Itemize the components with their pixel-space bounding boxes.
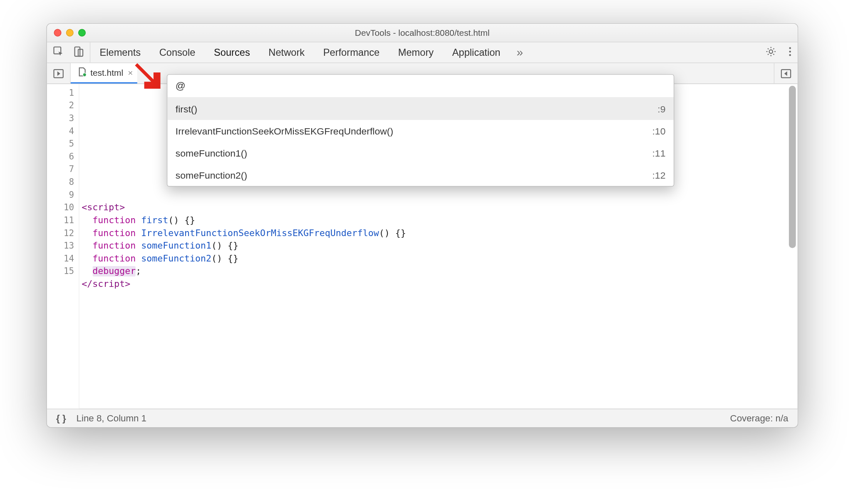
outline-item-label: someFunction1() — [176, 147, 247, 158]
scrollbar-thumb[interactable] — [789, 86, 796, 248]
outline-item-somefunction2[interactable]: someFunction2() :12 — [167, 164, 674, 186]
coverage-status: Coverage: n/a — [730, 413, 789, 423]
minimize-window-button[interactable] — [66, 29, 74, 37]
svg-rect-2 — [78, 49, 83, 56]
panel-tabs: Elements Console Sources Network Perform… — [90, 42, 759, 63]
outline-item-line: :9 — [657, 103, 665, 114]
outline-item-line: :11 — [652, 147, 665, 158]
outline-item-label: first() — [176, 103, 197, 114]
outline-item-somefunction1[interactable]: someFunction1() :11 — [167, 142, 674, 164]
tab-elements[interactable]: Elements — [90, 42, 150, 63]
outline-item-line: :10 — [652, 125, 665, 136]
tab-application[interactable]: Application — [443, 42, 509, 63]
goto-symbol-query: @ — [176, 80, 186, 92]
more-tabs-button[interactable]: » — [510, 42, 530, 63]
cursor-position: Line 8, Column 1 — [77, 413, 146, 423]
status-bar: { } Line 8, Column 1 Coverage: n/a — [47, 408, 798, 427]
file-tab-label: test.html — [90, 68, 123, 78]
file-tab-test-html[interactable]: test.html × — [71, 63, 138, 84]
tab-sources[interactable]: Sources — [205, 42, 259, 63]
maximize-window-button[interactable] — [78, 29, 86, 37]
outline-item-label: IrrelevantFunctionSeekOrMissEKGFreqUnder… — [176, 125, 393, 136]
inspect-toggle-group — [47, 42, 90, 63]
close-file-tab-icon[interactable]: × — [128, 68, 133, 78]
goto-symbol-dropdown: @ first() :9 IrrelevantFunctionSeekOrMis… — [167, 74, 674, 187]
window-title: DevTools - localhost:8080/test.html — [47, 28, 798, 38]
navigator-toggle[interactable] — [47, 63, 71, 84]
svg-rect-1 — [75, 47, 80, 56]
outline-item-first[interactable]: first() :9 — [167, 98, 674, 120]
title-bar: DevTools - localhost:8080/test.html — [47, 24, 798, 42]
tab-console[interactable]: Console — [150, 42, 204, 63]
close-window-button[interactable] — [54, 29, 61, 37]
tab-network[interactable]: Network — [259, 42, 314, 63]
device-toggle-icon[interactable] — [72, 45, 84, 59]
outline-item-line: :12 — [652, 169, 665, 180]
svg-point-4 — [789, 47, 791, 49]
line-number-gutter: 123456789101112131415 — [47, 84, 79, 409]
kebab-menu-icon[interactable] — [789, 45, 792, 59]
tab-memory[interactable]: Memory — [389, 42, 443, 63]
svg-point-3 — [769, 50, 773, 53]
goto-symbol-input[interactable]: @ — [167, 75, 674, 98]
pretty-print-icon[interactable]: { } — [56, 413, 66, 423]
debugger-sidebar-toggle[interactable] — [774, 63, 798, 84]
settings-icon[interactable] — [765, 45, 777, 59]
file-icon — [78, 67, 87, 78]
svg-point-6 — [789, 54, 791, 55]
svg-point-8 — [83, 73, 86, 76]
top-toolbar: Elements Console Sources Network Perform… — [47, 42, 798, 63]
outline-item-label: someFunction2() — [176, 169, 247, 180]
traffic-lights — [54, 29, 86, 37]
svg-point-5 — [789, 50, 791, 52]
inspect-element-icon[interactable] — [53, 45, 64, 59]
toolbar-right — [759, 42, 798, 63]
tab-performance[interactable]: Performance — [314, 42, 389, 63]
outline-item-irrelevant[interactable]: IrrelevantFunctionSeekOrMissEKGFreqUnder… — [167, 120, 674, 142]
